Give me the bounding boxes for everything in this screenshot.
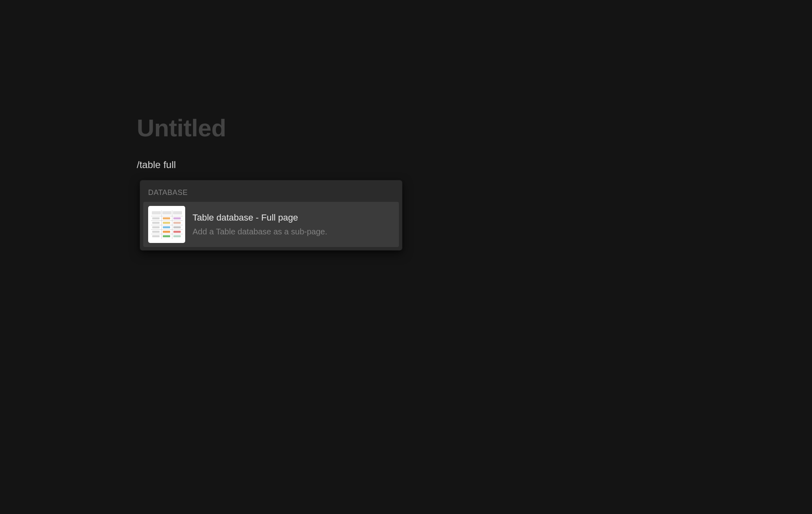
page-container: Untitled /table full DATABASE — [0, 0, 812, 514]
svg-rect-13 — [152, 231, 160, 233]
svg-rect-24 — [173, 235, 181, 237]
svg-rect-12 — [152, 226, 160, 228]
menu-item-table-database-full-page[interactable]: Table database - Full page Add a Table d… — [143, 202, 399, 247]
svg-rect-10 — [152, 217, 160, 219]
command-input[interactable]: /table full — [137, 157, 812, 172]
slash-command-popup: DATABASE — [140, 180, 402, 250]
svg-rect-2 — [173, 211, 182, 214]
svg-rect-18 — [163, 231, 170, 233]
svg-rect-14 — [152, 235, 160, 237]
svg-rect-1 — [162, 211, 171, 214]
page-title[interactable]: Untitled — [137, 114, 812, 142]
svg-rect-23 — [173, 231, 181, 233]
svg-rect-15 — [163, 217, 170, 219]
svg-rect-11 — [152, 222, 160, 224]
menu-item-description: Add a Table database as a sub-page. — [193, 226, 394, 237]
menu-item-text-group: Table database - Full page Add a Table d… — [193, 212, 394, 237]
popup-section-heading: DATABASE — [143, 184, 399, 202]
svg-rect-17 — [163, 226, 170, 228]
svg-rect-0 — [152, 211, 161, 214]
svg-rect-22 — [173, 226, 181, 228]
svg-rect-19 — [163, 235, 170, 237]
svg-rect-16 — [163, 222, 170, 224]
menu-item-title: Table database - Full page — [193, 212, 394, 224]
svg-rect-20 — [173, 217, 181, 219]
table-database-icon — [148, 206, 185, 243]
svg-rect-21 — [173, 222, 181, 224]
